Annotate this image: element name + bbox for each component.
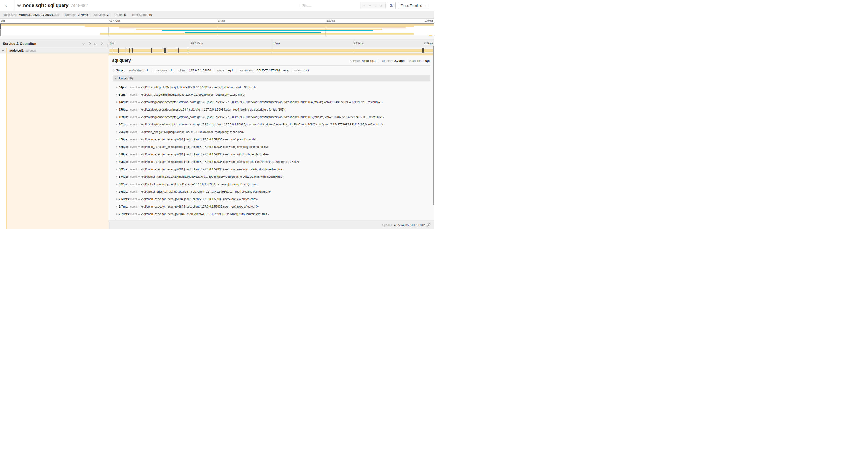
trace-title-toggle[interactable]: node sql1: sql query 7418682	[18, 3, 300, 8]
locate-icon[interactable]: ⌖	[363, 4, 365, 7]
keyboard-shortcuts-button[interactable]: ⌘	[388, 2, 396, 9]
summary-item: Total Spans10	[132, 13, 152, 17]
tick-label: 2.79ms	[425, 19, 433, 22]
deep-link-icon[interactable]	[427, 223, 430, 227]
log-timestamp: 459μs:	[119, 138, 130, 141]
span-bar-cell[interactable]	[109, 48, 434, 53]
log-entry[interactable]: 34μs:event=‹sql/exec_util.go:2297 [nsql1…	[113, 84, 431, 91]
log-entry[interactable]: 2.7ms:event=‹sql/conn_executor_exec.go:6…	[113, 203, 431, 210]
log-marker-tick	[422, 48, 423, 53]
view-selector-button[interactable]: Trace Timeline	[398, 2, 428, 9]
log-entry[interactable]: 176μs:event=‹sql/catalog/descs/descripto…	[113, 106, 431, 113]
column-resizer-handle[interactable]: ∥	[106, 44, 108, 47]
tag-value: SELECT * FROM users	[256, 69, 288, 72]
log-entry[interactable]: 80μs:event=‹sql/plan_opt.go:358 [nsql1,c…	[113, 91, 431, 98]
tags-accordion[interactable]: Tags: _unfinished=1_verbose=1client=127.…	[112, 69, 431, 72]
expand-one-icon[interactable]	[88, 42, 91, 45]
log-marker-tick	[126, 48, 126, 53]
log-value: ‹sql/distsql_running.go:1420 [nsql1,clie…	[141, 175, 283, 178]
minimap-left-scrubber-handle[interactable]	[0, 24, 1, 29]
grid-line	[353, 39, 353, 47]
tag-separator	[175, 69, 176, 72]
span-name-cell[interactable]: node sql1 sql query	[0, 48, 109, 53]
find-input[interactable]	[300, 2, 360, 9]
log-entry[interactable]: 678μs:event=‹sql/distsql_physical_planne…	[113, 188, 431, 195]
span-collapse-icon[interactable]	[2, 49, 4, 51]
span-duration-bar[interactable]	[110, 49, 434, 52]
span-detail-footer: SpanID: 4877749850101760812	[109, 220, 434, 230]
log-expand-icon	[115, 101, 117, 103]
log-marker-tick	[176, 48, 177, 53]
log-equals: =	[138, 168, 140, 171]
log-equals: =	[138, 138, 140, 141]
log-field-name: event	[130, 123, 137, 126]
span-row[interactable]: node sql1 sql query	[0, 48, 434, 53]
log-expand-icon	[115, 109, 117, 110]
collapse-all-icon[interactable]	[94, 42, 96, 45]
tag-value: sql1	[228, 69, 233, 72]
vertical-scrollbar[interactable]	[433, 46, 434, 205]
trace-id: 7418682	[70, 3, 88, 8]
tick-label: 697.75μs	[108, 19, 120, 22]
log-entry[interactable]: 574μs:event=‹sql/distsql_running.go:1420…	[113, 173, 431, 181]
log-entry[interactable]: 142μs:event=‹sql/catalog/lease/descripto…	[113, 98, 431, 106]
log-entry[interactable]: 201μs:event=‹sql/catalog/lease/descripto…	[113, 121, 431, 128]
log-entry[interactable]: 495μs:event=‹sql/conn_executor_exec.go:6…	[113, 158, 431, 166]
log-value: ‹sql/conn_executor_exec.go:684 [nsql1,cl…	[141, 198, 258, 201]
service-operation-title: Service & Operation	[3, 41, 83, 45]
minimap-spacer	[0, 36, 434, 39]
minimap-canvas[interactable]	[0, 23, 434, 36]
log-value: ‹sql/plan_opt.go:358 [nsql1,client=127.0…	[141, 93, 245, 96]
log-entry[interactable]: 2.79ms:event=‹sql/conn_executor_exec.go:…	[113, 210, 431, 218]
log-marker-tick	[129, 48, 130, 53]
log-field-name: event	[130, 168, 137, 171]
log-entry[interactable]: 189μs:event=‹sql/catalog/lease/descripto…	[113, 113, 431, 121]
summary-item-value: 6	[124, 13, 126, 17]
span-detail-header: sql query Service:node sql1Duration:2.79…	[112, 58, 431, 63]
collapse-one-icon[interactable]	[82, 42, 85, 45]
find-prev-icon[interactable]	[369, 5, 371, 7]
log-expand-icon	[115, 168, 117, 170]
tag-item: client=127.0.0.1:59936	[179, 69, 211, 72]
meta-separator	[378, 59, 378, 63]
log-expand-icon	[115, 191, 117, 193]
log-expand-icon	[115, 116, 117, 118]
find-next-icon[interactable]	[374, 4, 376, 6]
minimap-span-bar	[0, 24, 434, 26]
log-value: ‹sql/distsql_running.go:498 [nsql1,clien…	[141, 183, 258, 186]
tick-label: 1.4ms	[217, 19, 225, 22]
log-value: ‹sql/catalog/lease/descriptor_version_st…	[141, 116, 384, 119]
log-entry[interactable]: 366μs:event=‹sql/plan_opt.go:358 [nsql1,…	[113, 128, 431, 136]
log-entry[interactable]: 459μs:event=‹sql/conn_executor_exec.go:6…	[113, 136, 431, 143]
tag-value: 1	[147, 69, 148, 72]
log-entry[interactable]: 597μs:event=‹sql/distsql_running.go:498 …	[113, 181, 431, 188]
log-equals: =	[138, 198, 140, 201]
log-value: ‹sql/catalog/lease/descriptor_version_st…	[141, 123, 383, 126]
log-entry[interactable]: 502μs:event=‹sql/conn_executor_exec.go:6…	[113, 166, 431, 173]
expand-all-icon[interactable]	[100, 43, 103, 44]
logs-accordion-header[interactable]: Logs (18)	[113, 75, 431, 81]
grid-line	[272, 39, 272, 47]
log-timestamp: 176μs:	[119, 108, 130, 111]
minimap-span-bar	[100, 33, 414, 35]
span-service-name: node sql1	[9, 49, 24, 52]
log-entry[interactable]: 2.69ms:event=‹sql/conn_executor_exec.go:…	[113, 195, 431, 203]
log-equals: =	[138, 145, 140, 148]
log-value: ‹sql/conn_executor_exec.go:684 [nsql1,cl…	[141, 153, 269, 156]
tags-expand-icon	[113, 69, 114, 71]
span-color-stripe	[6, 48, 7, 53]
log-equals: =	[138, 160, 140, 163]
meta-value: node sql1	[362, 59, 376, 63]
log-marker-tick	[151, 48, 152, 53]
find-clear-icon[interactable]: ×	[380, 4, 383, 7]
detail-row-accent-bar	[109, 54, 434, 55]
log-value: ‹sql/catalog/lease/descriptor_version_st…	[141, 101, 383, 104]
log-value: ‹sql/conn_executor_exec.go:2046 [nsql1,c…	[141, 212, 269, 216]
tag-value: root	[304, 69, 309, 72]
log-entry[interactable]: 476μs:event=‹sql/conn_executor_exec.go:6…	[113, 143, 431, 151]
log-entry[interactable]: 486μs:event=‹sql/conn_executor_exec.go:6…	[113, 151, 431, 158]
back-button[interactable]: ←	[0, 0, 14, 11]
span-detail-meta: Service:node sql1Duration:2.79msStart Ti…	[349, 59, 431, 63]
find-buttons: ⌖ ×	[360, 2, 385, 9]
log-value: ‹sql/distsql_physical_planner.go:828 [ns…	[141, 190, 271, 193]
